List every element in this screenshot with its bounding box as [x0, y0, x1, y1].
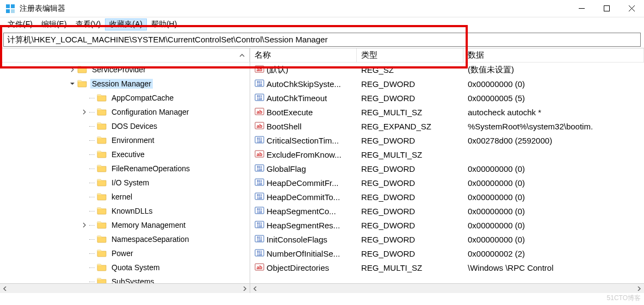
tree-h-scrollbar[interactable] — [0, 283, 250, 293]
list-pane[interactable]: 名称 类型 数据 ab(默认)REG_SZ(数值未设置)011110AutoCh… — [250, 48, 644, 293]
column-data[interactable]: 数据 — [463, 48, 644, 63]
tree-node[interactable]: Session Manager — [0, 77, 250, 91]
registry-value-row[interactable]: 011110HeapSegmentCo...REG_DWORD0x0000000… — [250, 204, 644, 218]
tree-node[interactable]: KnownDLLs — [0, 204, 250, 218]
value-name: ObjectDirectories — [267, 263, 329, 272]
tree-pane[interactable]: ServiceProviderSession ManagerAppCompatC… — [0, 48, 250, 293]
tree-node[interactable]: DOS Devices — [0, 119, 250, 133]
tree-node[interactable]: Configuration Manager — [0, 105, 250, 119]
value-type-icon: ab — [255, 107, 267, 118]
scroll-left-button[interactable] — [0, 284, 10, 294]
svg-text:ab: ab — [257, 152, 263, 157]
tree-node[interactable]: Power — [0, 246, 250, 260]
registry-value-row[interactable]: 011110GlobalFlagREG_DWORD0x00000000 (0) — [250, 161, 644, 176]
registry-value-row[interactable]: 011110NumberOfInitialSe...REG_DWORD0x000… — [250, 246, 644, 260]
registry-value-row[interactable]: 011110CriticalSectionTim...REG_DWORD0x00… — [250, 133, 644, 147]
chevron-right-icon[interactable] — [81, 221, 88, 229]
folder-icon — [77, 65, 90, 75]
scroll-left-button[interactable] — [250, 284, 260, 294]
value-data: 0x00000000 (0) — [463, 163, 644, 175]
tree-node[interactable]: FileRenameOperations — [0, 161, 250, 176]
value-type: REG_MULTI_SZ — [357, 107, 463, 118]
tree-node-label: FileRenameOperations — [110, 164, 191, 173]
tree-node[interactable]: Quota System — [0, 260, 250, 275]
tree-node-label: ServiceProvider — [90, 65, 147, 74]
tree-node[interactable]: kernel — [0, 190, 250, 204]
column-name[interactable]: 名称 — [250, 48, 357, 63]
menu-help[interactable]: 帮助(H) — [147, 18, 181, 30]
scroll-track[interactable] — [260, 284, 634, 294]
tree-node[interactable]: Environment — [0, 133, 250, 147]
value-name: AutoChkSkipSyste... — [267, 79, 341, 89]
menu-view[interactable]: 查看(V) — [71, 18, 106, 30]
value-data: 0x00000000 (0) — [463, 177, 644, 189]
registry-value-row[interactable]: 011110HeapSegmentRes...REG_DWORD0x000000… — [250, 218, 644, 232]
value-type-icon: ab — [255, 262, 267, 273]
tree-node[interactable]: NamespaceSeparation — [0, 232, 250, 246]
minimize-button[interactable] — [569, 0, 594, 17]
chevron-right-icon[interactable] — [69, 66, 76, 73]
registry-value-row[interactable]: ab(默认)REG_SZ(数值未设置) — [250, 63, 644, 77]
registry-value-row[interactable]: abObjectDirectoriesREG_MULTI_SZ\Windows … — [250, 260, 644, 275]
menu-favorites[interactable]: 收藏夹(A) — [105, 18, 147, 30]
sort-arrow-icon — [239, 53, 245, 58]
tree-node[interactable]: Executive — [0, 147, 250, 161]
svg-text:110: 110 — [257, 196, 262, 200]
menu-file[interactable]: 文件(F) — [3, 18, 37, 30]
registry-value-row[interactable]: 011110AutoChkSkipSyste...REG_DWORD0x0000… — [250, 77, 644, 91]
scroll-right-button[interactable] — [634, 284, 644, 294]
scroll-right-button[interactable] — [240, 284, 250, 294]
registry-value-row[interactable]: 011110InitConsoleFlagsREG_DWORD0x0000000… — [250, 232, 644, 246]
menu-edit[interactable]: 编辑(E) — [37, 18, 71, 30]
window-title: 注册表编辑器 — [20, 4, 569, 14]
svg-text:ab: ab — [257, 265, 263, 270]
svg-rect-2 — [6, 9, 10, 13]
registry-value-row[interactable]: 011110AutoChkTimeoutREG_DWORD0x00000005 … — [250, 91, 644, 105]
svg-text:110: 110 — [257, 83, 262, 86]
tree-node[interactable]: I/O System — [0, 176, 250, 190]
value-name: HeapDeCommitTo... — [267, 192, 340, 202]
registry-value-row[interactable]: abExcludeFromKnow...REG_MULTI_SZ — [250, 147, 644, 161]
value-data: 0x00000000 (0) — [463, 206, 644, 217]
column-type[interactable]: 类型 — [357, 48, 463, 63]
registry-value-row[interactable]: 011110HeapDeCommitTo...REG_DWORD0x000000… — [250, 190, 644, 204]
tree-node-label: Configuration Manager — [110, 107, 190, 117]
tree-node[interactable]: AppCompatCache — [0, 91, 250, 105]
list-h-scrollbar[interactable] — [250, 283, 644, 293]
folder-icon — [97, 135, 110, 146]
folder-icon — [97, 263, 110, 273]
value-type: REG_DWORD — [357, 191, 463, 203]
value-data — [463, 153, 644, 155]
content-area: ServiceProviderSession ManagerAppCompatC… — [0, 48, 644, 293]
registry-value-row[interactable]: abBootShellREG_EXPAND_SZ%SystemRoot%\sys… — [250, 119, 644, 133]
folder-icon — [97, 150, 110, 160]
svg-rect-3 — [11, 9, 15, 13]
maximize-button[interactable] — [594, 0, 619, 17]
folder-icon — [97, 164, 110, 174]
chevron-right-icon[interactable] — [81, 108, 88, 116]
chevron-down-icon[interactable] — [69, 80, 76, 88]
scroll-track[interactable] — [10, 284, 240, 294]
close-button[interactable] — [619, 0, 644, 17]
value-type-icon: 011110 — [255, 92, 267, 104]
svg-text:ab: ab — [257, 123, 263, 129]
value-name: BootShell — [267, 122, 301, 131]
tree-node-label: Quota System — [110, 263, 162, 272]
registry-value-row[interactable]: 011110HeapDeCommitFr...REG_DWORD0x000000… — [250, 176, 644, 190]
value-type: REG_DWORD — [357, 78, 463, 90]
registry-value-row[interactable]: abBootExecuteREG_MULTI_SZautocheck autoc… — [250, 105, 644, 119]
tree-node-label: Power — [110, 248, 135, 258]
value-name: AutoChkTimeout — [267, 94, 327, 103]
folder-icon — [97, 107, 110, 117]
value-type-icon: ab — [255, 121, 267, 132]
tree-node-label: DOS Devices — [110, 121, 159, 131]
tree-header[interactable] — [0, 48, 250, 63]
tree-node[interactable]: ServiceProvider — [0, 63, 250, 77]
value-type-icon: 011110 — [255, 163, 267, 175]
tree-node-label: Executive — [110, 150, 146, 159]
value-name: HeapSegmentCo... — [267, 207, 336, 216]
tree-node[interactable]: Memory Management — [0, 218, 250, 232]
svg-rect-1 — [11, 4, 15, 8]
address-bar[interactable]: 计算机\HKEY_LOCAL_MACHINE\SYSTEM\CurrentCon… — [3, 33, 641, 47]
value-type: REG_DWORD — [357, 135, 463, 146]
